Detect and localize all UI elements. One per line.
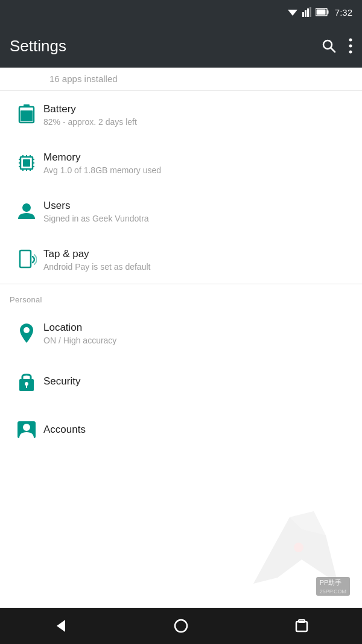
svg-rect-31 [20,250,31,267]
watermark: PP助手25PP.COM [241,499,350,596]
recents-icon [293,617,310,634]
more-vert-icon [349,38,352,54]
battery-icon-container [10,104,43,125]
security-icon-container [10,371,43,392]
memory-title: Memory [43,151,352,164]
svg-rect-43 [296,622,307,631]
location-icon [17,322,36,344]
accounts-item[interactable]: Accounts [0,406,362,454]
tap-pay-title: Tap & pay [43,248,352,260]
personal-settings-list: Location ON / High accuracy Security [0,309,362,454]
personal-section-header: Personal [0,284,362,309]
svg-rect-6 [327,10,328,14]
svg-point-40 [294,543,303,552]
users-title: Users [43,200,352,212]
battery-icon [17,104,36,125]
users-text: Users Signed in as Geek Vundotra [43,200,352,223]
svg-marker-41 [57,620,65,632]
battery-status-icon [316,8,329,16]
svg-rect-1 [302,12,304,17]
svg-rect-7 [316,10,325,15]
tap-pay-item[interactable]: Tap & pay Android Pay is set as default [0,235,362,284]
location-item[interactable]: Location ON / High accuracy [0,309,362,357]
security-text: Security [43,375,352,387]
status-time: 7:32 [335,7,352,18]
home-button[interactable] [121,608,241,644]
search-icon [321,38,337,54]
signal-icon [302,7,312,17]
back-icon [52,617,69,634]
more-options-button[interactable] [349,38,352,54]
accounts-text: Accounts [43,424,352,436]
tap-pay-text: Tap & pay Android Pay is set as default [43,248,352,272]
memory-text: Memory Avg 1.0 of 1.8GB memory used [43,151,352,175]
battery-subtitle: 82% - approx. 2 days left [43,117,352,127]
svg-point-10 [349,39,352,42]
settings-list: Battery 82% - approx. 2 days left [0,91,362,284]
svg-point-37 [23,424,30,431]
accounts-icon-container [10,419,43,441]
location-title: Location [43,322,352,334]
battery-item[interactable]: Battery 82% - approx. 2 days left [0,91,362,139]
tap-pay-subtitle: Android Pay is set as default [43,262,352,272]
svg-rect-2 [305,10,306,17]
svg-point-42 [175,620,187,632]
users-icon [16,201,37,222]
accounts-icon [16,419,37,441]
svg-rect-15 [21,110,33,121]
memory-icon-container [10,153,43,173]
battery-text: Battery 82% - approx. 2 days left [43,103,352,127]
accounts-title: Accounts [43,424,352,436]
svg-line-9 [331,48,335,53]
wifi-icon [287,7,299,17]
app-bar-title: Settings [10,37,321,56]
svg-marker-39 [290,511,326,535]
svg-point-32 [24,327,30,333]
tap-pay-icon-container [10,248,43,271]
back-button[interactable] [0,608,121,644]
battery-title: Battery [43,103,352,115]
bottom-navigation [0,608,362,644]
users-icon-container [10,201,43,222]
memory-item[interactable]: Memory Avg 1.0 of 1.8GB memory used [0,139,362,187]
svg-rect-17 [23,159,30,167]
svg-point-12 [349,51,352,54]
status-icons: 7:32 [287,7,352,18]
status-bar: 7:32 [0,0,362,24]
svg-rect-14 [24,104,30,107]
app-bar-actions [321,38,352,54]
security-item[interactable]: Security [0,357,362,406]
svg-rect-3 [307,8,309,17]
recents-button[interactable] [241,608,362,644]
location-text: Location ON / High accuracy [43,322,352,345]
partial-item: 16 apps installed [0,68,362,91]
location-icon-container [10,322,43,344]
svg-marker-38 [253,517,338,584]
tap-pay-icon [16,248,37,271]
security-title: Security [43,375,352,387]
memory-icon [16,153,37,173]
app-bar: Settings [0,24,362,68]
svg-point-11 [349,45,352,48]
svg-marker-0 [288,10,297,16]
svg-rect-35 [26,385,27,388]
location-subtitle: ON / High accuracy [43,336,352,345]
svg-point-30 [22,203,31,212]
memory-subtitle: Avg 1.0 of 1.8GB memory used [43,165,352,175]
home-icon [173,617,189,634]
users-item[interactable]: Users Signed in as Geek Vundotra [0,187,362,235]
users-subtitle: Signed in as Geek Vundotra [43,214,352,223]
security-icon [17,371,36,392]
svg-rect-4 [310,7,311,17]
search-button[interactable] [321,38,337,54]
